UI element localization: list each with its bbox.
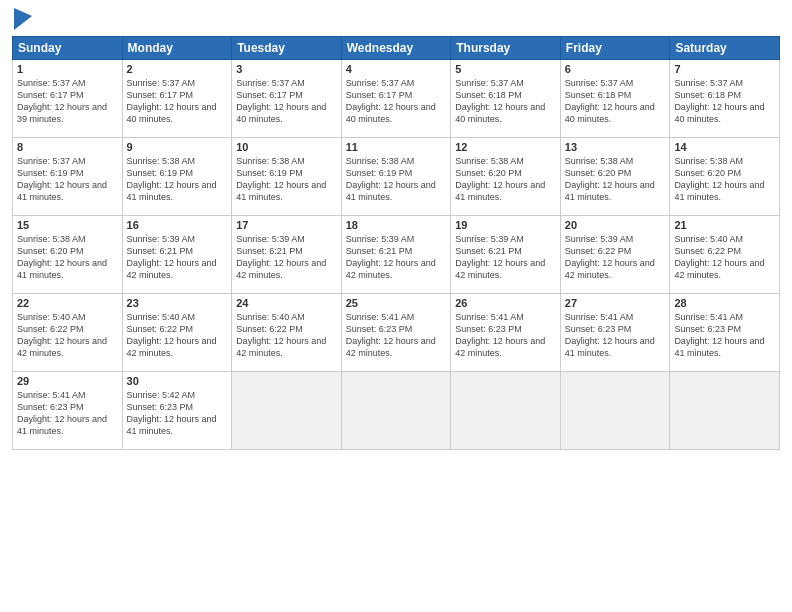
- day-number: 15: [17, 219, 118, 231]
- day-info: Sunrise: 5:37 AM Sunset: 6:19 PM Dayligh…: [17, 155, 118, 204]
- calendar-day-cell: 10Sunrise: 5:38 AM Sunset: 6:19 PM Dayli…: [232, 138, 342, 216]
- calendar-day-cell: 19Sunrise: 5:39 AM Sunset: 6:21 PM Dayli…: [451, 216, 561, 294]
- calendar-table: SundayMondayTuesdayWednesdayThursdayFrid…: [12, 36, 780, 450]
- calendar-day-cell: 27Sunrise: 5:41 AM Sunset: 6:23 PM Dayli…: [560, 294, 670, 372]
- day-info: Sunrise: 5:37 AM Sunset: 6:17 PM Dayligh…: [346, 77, 447, 126]
- day-number: 20: [565, 219, 666, 231]
- day-info: Sunrise: 5:40 AM Sunset: 6:22 PM Dayligh…: [17, 311, 118, 360]
- day-number: 3: [236, 63, 337, 75]
- calendar-day-cell: 11Sunrise: 5:38 AM Sunset: 6:19 PM Dayli…: [341, 138, 451, 216]
- day-info: Sunrise: 5:39 AM Sunset: 6:21 PM Dayligh…: [455, 233, 556, 282]
- calendar-day-cell: 5Sunrise: 5:37 AM Sunset: 6:18 PM Daylig…: [451, 60, 561, 138]
- day-number: 19: [455, 219, 556, 231]
- day-number: 26: [455, 297, 556, 309]
- day-info: Sunrise: 5:38 AM Sunset: 6:20 PM Dayligh…: [17, 233, 118, 282]
- day-number: 12: [455, 141, 556, 153]
- day-info: Sunrise: 5:40 AM Sunset: 6:22 PM Dayligh…: [674, 233, 775, 282]
- calendar-header-cell: Wednesday: [341, 37, 451, 60]
- day-info: Sunrise: 5:39 AM Sunset: 6:22 PM Dayligh…: [565, 233, 666, 282]
- day-number: 6: [565, 63, 666, 75]
- calendar-day-cell: [670, 372, 780, 450]
- day-info: Sunrise: 5:41 AM Sunset: 6:23 PM Dayligh…: [565, 311, 666, 360]
- svg-marker-0: [14, 8, 32, 30]
- day-info: Sunrise: 5:37 AM Sunset: 6:17 PM Dayligh…: [236, 77, 337, 126]
- day-number: 25: [346, 297, 447, 309]
- day-number: 29: [17, 375, 118, 387]
- day-number: 4: [346, 63, 447, 75]
- calendar-day-cell: 4Sunrise: 5:37 AM Sunset: 6:17 PM Daylig…: [341, 60, 451, 138]
- calendar-week-row: 15Sunrise: 5:38 AM Sunset: 6:20 PM Dayli…: [13, 216, 780, 294]
- day-number: 30: [127, 375, 228, 387]
- day-number: 23: [127, 297, 228, 309]
- calendar-day-cell: 2Sunrise: 5:37 AM Sunset: 6:17 PM Daylig…: [122, 60, 232, 138]
- calendar-header-cell: Thursday: [451, 37, 561, 60]
- day-number: 5: [455, 63, 556, 75]
- day-info: Sunrise: 5:38 AM Sunset: 6:19 PM Dayligh…: [236, 155, 337, 204]
- day-info: Sunrise: 5:39 AM Sunset: 6:21 PM Dayligh…: [346, 233, 447, 282]
- day-number: 11: [346, 141, 447, 153]
- calendar-day-cell: 20Sunrise: 5:39 AM Sunset: 6:22 PM Dayli…: [560, 216, 670, 294]
- calendar-week-row: 8Sunrise: 5:37 AM Sunset: 6:19 PM Daylig…: [13, 138, 780, 216]
- calendar-day-cell: 24Sunrise: 5:40 AM Sunset: 6:22 PM Dayli…: [232, 294, 342, 372]
- day-info: Sunrise: 5:37 AM Sunset: 6:18 PM Dayligh…: [455, 77, 556, 126]
- calendar-day-cell: 25Sunrise: 5:41 AM Sunset: 6:23 PM Dayli…: [341, 294, 451, 372]
- calendar-day-cell: 22Sunrise: 5:40 AM Sunset: 6:22 PM Dayli…: [13, 294, 123, 372]
- day-number: 10: [236, 141, 337, 153]
- day-number: 14: [674, 141, 775, 153]
- calendar-header-cell: Saturday: [670, 37, 780, 60]
- day-info: Sunrise: 5:37 AM Sunset: 6:18 PM Dayligh…: [674, 77, 775, 126]
- calendar-day-cell: 16Sunrise: 5:39 AM Sunset: 6:21 PM Dayli…: [122, 216, 232, 294]
- day-number: 2: [127, 63, 228, 75]
- calendar-day-cell: 1Sunrise: 5:37 AM Sunset: 6:17 PM Daylig…: [13, 60, 123, 138]
- day-info: Sunrise: 5:41 AM Sunset: 6:23 PM Dayligh…: [17, 389, 118, 438]
- day-info: Sunrise: 5:38 AM Sunset: 6:20 PM Dayligh…: [565, 155, 666, 204]
- day-number: 8: [17, 141, 118, 153]
- day-number: 17: [236, 219, 337, 231]
- day-number: 28: [674, 297, 775, 309]
- day-info: Sunrise: 5:40 AM Sunset: 6:22 PM Dayligh…: [236, 311, 337, 360]
- calendar-day-cell: 3Sunrise: 5:37 AM Sunset: 6:17 PM Daylig…: [232, 60, 342, 138]
- calendar-day-cell: 29Sunrise: 5:41 AM Sunset: 6:23 PM Dayli…: [13, 372, 123, 450]
- day-info: Sunrise: 5:37 AM Sunset: 6:18 PM Dayligh…: [565, 77, 666, 126]
- day-info: Sunrise: 5:37 AM Sunset: 6:17 PM Dayligh…: [17, 77, 118, 126]
- calendar-day-cell: 21Sunrise: 5:40 AM Sunset: 6:22 PM Dayli…: [670, 216, 780, 294]
- day-info: Sunrise: 5:38 AM Sunset: 6:20 PM Dayligh…: [674, 155, 775, 204]
- day-info: Sunrise: 5:40 AM Sunset: 6:22 PM Dayligh…: [127, 311, 228, 360]
- day-info: Sunrise: 5:39 AM Sunset: 6:21 PM Dayligh…: [127, 233, 228, 282]
- calendar-day-cell: 30Sunrise: 5:42 AM Sunset: 6:23 PM Dayli…: [122, 372, 232, 450]
- calendar-day-cell: 28Sunrise: 5:41 AM Sunset: 6:23 PM Dayli…: [670, 294, 780, 372]
- calendar-header-cell: Sunday: [13, 37, 123, 60]
- day-number: 13: [565, 141, 666, 153]
- calendar-day-cell: 23Sunrise: 5:40 AM Sunset: 6:22 PM Dayli…: [122, 294, 232, 372]
- calendar-day-cell: [341, 372, 451, 450]
- day-info: Sunrise: 5:39 AM Sunset: 6:21 PM Dayligh…: [236, 233, 337, 282]
- calendar-day-cell: [451, 372, 561, 450]
- calendar-day-cell: [232, 372, 342, 450]
- calendar-day-cell: 18Sunrise: 5:39 AM Sunset: 6:21 PM Dayli…: [341, 216, 451, 294]
- calendar-day-cell: [560, 372, 670, 450]
- calendar-header-cell: Tuesday: [232, 37, 342, 60]
- day-info: Sunrise: 5:38 AM Sunset: 6:19 PM Dayligh…: [346, 155, 447, 204]
- day-number: 24: [236, 297, 337, 309]
- day-info: Sunrise: 5:42 AM Sunset: 6:23 PM Dayligh…: [127, 389, 228, 438]
- calendar-week-row: 22Sunrise: 5:40 AM Sunset: 6:22 PM Dayli…: [13, 294, 780, 372]
- calendar-day-cell: 9Sunrise: 5:38 AM Sunset: 6:19 PM Daylig…: [122, 138, 232, 216]
- day-info: Sunrise: 5:37 AM Sunset: 6:17 PM Dayligh…: [127, 77, 228, 126]
- day-number: 27: [565, 297, 666, 309]
- calendar-day-cell: 7Sunrise: 5:37 AM Sunset: 6:18 PM Daylig…: [670, 60, 780, 138]
- day-info: Sunrise: 5:41 AM Sunset: 6:23 PM Dayligh…: [346, 311, 447, 360]
- calendar-container: SundayMondayTuesdayWednesdayThursdayFrid…: [0, 0, 792, 612]
- calendar-body: 1Sunrise: 5:37 AM Sunset: 6:17 PM Daylig…: [13, 60, 780, 450]
- day-number: 9: [127, 141, 228, 153]
- calendar-day-cell: 12Sunrise: 5:38 AM Sunset: 6:20 PM Dayli…: [451, 138, 561, 216]
- calendar-day-cell: 8Sunrise: 5:37 AM Sunset: 6:19 PM Daylig…: [13, 138, 123, 216]
- header: [12, 10, 780, 30]
- calendar-header-cell: Friday: [560, 37, 670, 60]
- day-number: 18: [346, 219, 447, 231]
- calendar-day-cell: 26Sunrise: 5:41 AM Sunset: 6:23 PM Dayli…: [451, 294, 561, 372]
- logo: [12, 10, 32, 30]
- calendar-day-cell: 15Sunrise: 5:38 AM Sunset: 6:20 PM Dayli…: [13, 216, 123, 294]
- calendar-header-cell: Monday: [122, 37, 232, 60]
- day-number: 1: [17, 63, 118, 75]
- calendar-day-cell: 17Sunrise: 5:39 AM Sunset: 6:21 PM Dayli…: [232, 216, 342, 294]
